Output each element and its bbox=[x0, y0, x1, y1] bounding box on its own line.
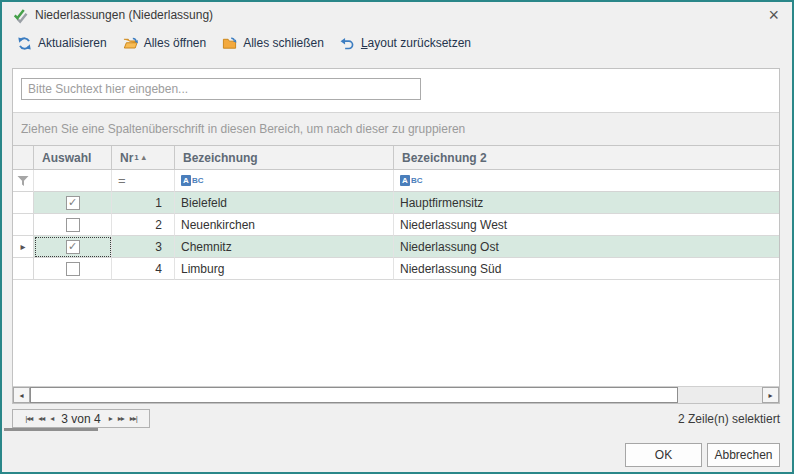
horizontal-scrollbar[interactable]: ◂ ▸ bbox=[13, 386, 779, 403]
pager-scrollbar-thumb[interactable] bbox=[4, 428, 98, 431]
abc-filter-icon: ABC bbox=[400, 175, 423, 186]
filter-row: = ABC ABC bbox=[13, 170, 779, 192]
filter-auswahl[interactable] bbox=[34, 170, 112, 192]
double-check-icon bbox=[11, 7, 28, 24]
bezeichnung2-cell[interactable]: Niederlassung West bbox=[394, 214, 779, 236]
bezeichnung-cell[interactable]: Limburg bbox=[175, 258, 394, 280]
grid-header-row: Auswahl Nr1▴ Bezeichnung Bezeichnung 2 bbox=[13, 146, 779, 170]
checkbox-unchecked[interactable] bbox=[66, 218, 80, 232]
abc-filter-icon: ABC bbox=[181, 175, 204, 186]
refresh-label: Aktualisieren bbox=[38, 36, 107, 50]
column-header-bezeichnung2[interactable]: Bezeichnung 2 bbox=[394, 146, 779, 170]
pager-prev-page-button[interactable]: ◂◂ bbox=[38, 415, 44, 423]
title-bar: Niederlassungen (Niederlassung) × bbox=[2, 2, 792, 28]
auswahl-cell[interactable]: ✓ bbox=[34, 192, 112, 214]
table-row[interactable]: ✓1BielefeldHauptfirmensitz bbox=[13, 192, 779, 214]
pager-first-button[interactable]: |◂◂ bbox=[25, 415, 32, 423]
grid-body: ✓1BielefeldHauptfirmensitz2NeuenkirchenN… bbox=[13, 192, 779, 280]
checkbox-checked[interactable]: ✓ bbox=[66, 196, 80, 210]
auswahl-cell[interactable] bbox=[34, 258, 112, 280]
nr-cell[interactable]: 4 bbox=[112, 258, 175, 280]
sort-asc-icon: ▴ bbox=[142, 153, 146, 162]
window-title: Niederlassungen (Niederlassung) bbox=[35, 8, 213, 22]
filter-bezeichnung[interactable]: ABC bbox=[175, 170, 394, 192]
checkbox-unchecked[interactable] bbox=[66, 262, 80, 276]
collapse-all-button[interactable]: Alles schließen bbox=[214, 32, 332, 55]
scrollbar-thumb[interactable] bbox=[30, 387, 678, 403]
group-by-area[interactable]: Ziehen Sie eine Spaltenüberschrift in di… bbox=[13, 112, 779, 146]
expand-all-button[interactable]: Alles öffnen bbox=[115, 32, 215, 55]
undo-icon bbox=[340, 36, 355, 51]
column-header-bezeichnung[interactable]: Bezeichnung bbox=[175, 146, 394, 170]
sort-order-badge: 1 bbox=[134, 153, 138, 162]
reset-layout-label: Layout zurücksetzen bbox=[361, 36, 471, 50]
pager-next-button[interactable]: ▸ bbox=[109, 415, 112, 423]
scroll-left-icon[interactable]: ◂ bbox=[13, 387, 30, 403]
filter-nr[interactable]: = bbox=[112, 170, 175, 192]
checkbox-checked[interactable]: ✓ bbox=[66, 240, 80, 254]
column-header-nr[interactable]: Nr1▴ bbox=[112, 146, 175, 170]
close-icon[interactable]: × bbox=[768, 6, 779, 24]
auswahl-cell[interactable] bbox=[34, 214, 112, 236]
column-header-auswahl[interactable]: Auswahl bbox=[34, 146, 112, 170]
bezeichnung-cell[interactable]: Neuenkirchen bbox=[175, 214, 394, 236]
dialog-window: Niederlassungen (Niederlassung) × Aktual… bbox=[0, 0, 794, 474]
filter-indicator-cell bbox=[13, 170, 34, 192]
pager-next-page-button[interactable]: ▸▸ bbox=[118, 415, 124, 423]
equals-operator-icon: = bbox=[118, 173, 126, 188]
bezeichnung-cell[interactable]: Chemnitz bbox=[175, 236, 394, 258]
nr-cell[interactable]: 1 bbox=[112, 192, 175, 214]
refresh-icon bbox=[17, 36, 32, 51]
folder-closed-icon bbox=[222, 36, 237, 51]
search-input[interactable] bbox=[21, 78, 421, 100]
auswahl-cell[interactable]: ✓ bbox=[34, 236, 112, 258]
nr-cell[interactable]: 3 bbox=[112, 236, 175, 258]
bezeichnung2-cell[interactable]: Hauptfirmensitz bbox=[394, 192, 779, 214]
focused-row-indicator-icon: ▸ bbox=[13, 236, 34, 258]
row-indicator-cell bbox=[13, 214, 34, 236]
filter-bezeichnung2[interactable]: ABC bbox=[394, 170, 779, 192]
selection-status: 2 Zeile(n) selektiert bbox=[678, 409, 780, 428]
pager-position-label: 3 von 4 bbox=[61, 412, 100, 426]
bezeichnung2-cell[interactable]: Niederlassung Süd bbox=[394, 258, 779, 280]
scroll-right-icon[interactable]: ▸ bbox=[762, 387, 779, 403]
bezeichnung2-cell[interactable]: Niederlassung Ost bbox=[394, 236, 779, 258]
reset-layout-button[interactable]: Layout zurücksetzen bbox=[332, 32, 479, 55]
pager: |◂◂ ◂◂ ◂ 3 von 4 ▸ ▸▸ ▸▸| bbox=[12, 409, 150, 428]
group-by-hint: Ziehen Sie eine Spaltenüberschrift in di… bbox=[21, 122, 465, 136]
funnel-icon bbox=[17, 175, 29, 187]
folder-open-icon bbox=[123, 36, 138, 51]
header-indicator-cell bbox=[13, 146, 34, 170]
table-row[interactable]: 4LimburgNiederlassung Süd bbox=[13, 258, 779, 280]
pager-last-button[interactable]: ▸▸| bbox=[130, 415, 137, 423]
collapse-all-label: Alles schließen bbox=[243, 36, 324, 50]
cancel-button[interactable]: Abbrechen bbox=[707, 443, 780, 467]
grid-panel: Ziehen Sie eine Spaltenüberschrift in di… bbox=[12, 68, 780, 404]
row-indicator-cell bbox=[13, 192, 34, 214]
ok-button[interactable]: OK bbox=[625, 443, 702, 467]
toolbar: Aktualisieren Alles öffnen Alles schließ… bbox=[2, 28, 792, 58]
refresh-button[interactable]: Aktualisieren bbox=[9, 32, 115, 55]
row-indicator-cell bbox=[13, 258, 34, 280]
expand-all-label: Alles öffnen bbox=[144, 36, 207, 50]
pager-prev-button[interactable]: ◂ bbox=[50, 415, 53, 423]
nr-cell[interactable]: 2 bbox=[112, 214, 175, 236]
bezeichnung-cell[interactable]: Bielefeld bbox=[175, 192, 394, 214]
table-row[interactable]: 2NeuenkirchenNiederlassung West bbox=[13, 214, 779, 236]
table-row[interactable]: ▸✓3ChemnitzNiederlassung Ost bbox=[13, 236, 779, 258]
